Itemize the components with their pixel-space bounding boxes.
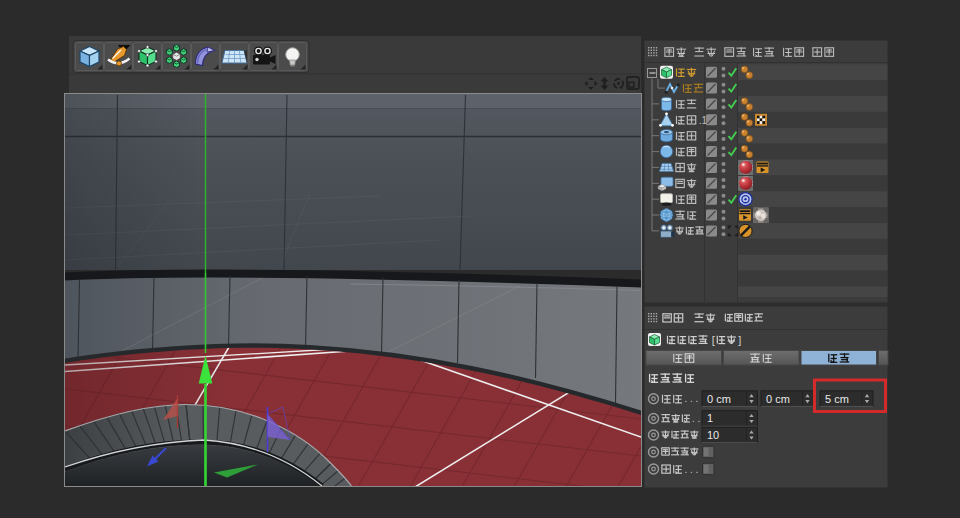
svg-text:]: ]	[738, 334, 741, 346]
svg-text:0 cm: 0 cm	[766, 393, 790, 405]
svg-text:. . .: . . .	[684, 393, 698, 404]
svg-text:[: [	[712, 334, 715, 346]
svg-text:5 cm: 5 cm	[825, 393, 849, 405]
svg-text:. . .: . . .	[684, 464, 698, 475]
svg-text:. .: . .	[692, 413, 700, 424]
svg-text:1: 1	[707, 412, 713, 424]
svg-text:0 cm: 0 cm	[707, 393, 731, 405]
svg-text:10: 10	[707, 429, 719, 441]
